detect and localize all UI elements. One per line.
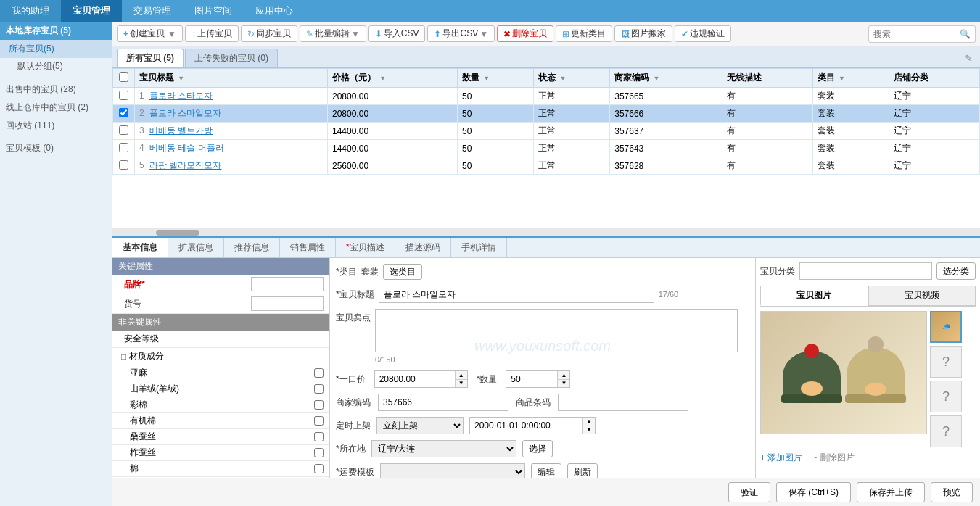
sidebar-item-warehouse[interactable]: 线上仓库中的宝贝 (2) xyxy=(0,99,112,117)
price-down-button[interactable]: ▼ xyxy=(456,379,467,387)
product-link[interactable]: 라팡 벨라모직모자 xyxy=(149,160,221,170)
sidebar-item-selling[interactable]: 出售中的宝贝 (28) xyxy=(0,80,112,99)
dropdown-icon[interactable]: ▼ xyxy=(168,29,176,39)
table-row[interactable]: 3 베베동 벨트가방 14400.00 50 正常 357637 有 套装 辽宁 xyxy=(113,123,980,140)
thumb-4[interactable]: ? xyxy=(930,415,962,447)
qty-up-button[interactable]: ▲ xyxy=(558,371,569,379)
upload-button[interactable]: ↑ 上传宝贝 xyxy=(185,25,239,42)
shop-code-input[interactable] xyxy=(378,394,508,411)
import-csv-button[interactable]: ⬇ 导入CSV xyxy=(368,25,426,42)
row-checkbox[interactable] xyxy=(119,160,128,170)
price-input[interactable] xyxy=(375,371,455,387)
sort-cat-icon[interactable]: ▼ xyxy=(839,75,845,82)
bottom-tab-mobile[interactable]: 手机详情 xyxy=(451,238,507,257)
sidebar-item-recycle[interactable]: 回收站 (111) xyxy=(0,117,112,135)
validate-button[interactable]: ✔ 违规验证 xyxy=(675,25,731,42)
sort-title-icon[interactable]: ▼ xyxy=(178,75,184,82)
save-upload-button[interactable]: 保存并上传 xyxy=(857,482,925,502)
qty-input[interactable] xyxy=(506,371,557,387)
img-tab-video[interactable]: 宝贝视频 xyxy=(868,286,976,306)
nav-item-assistant[interactable]: 我的助理 xyxy=(0,0,61,22)
nav-item-product[interactable]: 宝贝管理 xyxy=(61,0,122,22)
save-button[interactable]: 保存 (Ctrl+S) xyxy=(776,482,851,502)
nav-item-trade[interactable]: 交易管理 xyxy=(122,0,183,22)
create-button[interactable]: + 创建宝贝 ▼ xyxy=(117,25,183,42)
table-row[interactable]: 2 플로라 스마일모자 20800.00 50 正常 357666 有 套装 辽… xyxy=(113,105,980,123)
delete-button[interactable]: ✖ 删除宝贝 xyxy=(497,25,553,42)
batch-edit-button[interactable]: ✎ 批量编辑 ▼ xyxy=(300,25,366,42)
title-input[interactable] xyxy=(379,286,654,303)
nav-item-app[interactable]: 应用中心 xyxy=(244,0,305,22)
product-link[interactable]: 플로라 스타모자 xyxy=(149,91,213,101)
row-checkbox[interactable] xyxy=(119,108,128,117)
product-link[interactable]: 플로라 스마일모자 xyxy=(149,108,221,118)
desc-textarea[interactable] xyxy=(375,309,738,352)
product-link[interactable]: 베베동 벨트가방 xyxy=(149,125,213,136)
attr-organic-cotton-checkbox[interactable] xyxy=(314,416,324,426)
move-image-button[interactable]: 🖼 图片搬家 xyxy=(614,25,672,42)
bottom-tab-basic[interactable]: 基本信息 xyxy=(112,238,168,257)
sort-price-icon[interactable]: ▼ xyxy=(379,75,386,82)
shelf-select[interactable]: 立刻上架 xyxy=(376,417,464,434)
dropdown3-icon[interactable]: ▼ xyxy=(479,29,488,39)
table-row[interactable]: 5 라팡 벨라모직모자 25600.00 50 正常 357628 有 套装 辽… xyxy=(113,157,980,175)
attr-brand-input[interactable] xyxy=(251,277,324,291)
nav-item-photo[interactable]: 图片空间 xyxy=(183,0,244,22)
freight-select[interactable] xyxy=(380,463,525,478)
main-image[interactable] xyxy=(760,311,927,434)
thumb-2[interactable]: ? xyxy=(930,346,962,378)
update-category-button[interactable]: ⊞ 更新类目 xyxy=(556,25,612,42)
sort-qty-icon[interactable]: ▼ xyxy=(483,75,490,82)
attr-linen-checkbox[interactable] xyxy=(314,368,324,378)
price-up-button[interactable]: ▲ xyxy=(456,371,467,379)
sidebar-item-default-group[interactable]: 默认分组(5) xyxy=(0,58,112,75)
dropdown2-icon[interactable]: ▼ xyxy=(351,29,360,39)
delete-image-button[interactable]: - 删除图片 xyxy=(814,452,854,464)
bottom-tab-extended[interactable]: 扩展信息 xyxy=(168,238,224,257)
shelf-time-input[interactable] xyxy=(470,418,582,434)
thumb-3[interactable]: ? xyxy=(930,381,962,412)
sidebar-item-all[interactable]: 所有宝贝(5) xyxy=(0,40,112,58)
qty-down-button[interactable]: ▼ xyxy=(558,379,569,387)
select-all-checkbox[interactable] xyxy=(119,72,128,82)
row-checkbox[interactable] xyxy=(119,125,128,135)
validate-action-button[interactable]: 验证 xyxy=(728,482,770,502)
classify-input[interactable] xyxy=(799,262,932,280)
sort-status-icon[interactable]: ▼ xyxy=(559,75,566,82)
freight-refresh-button[interactable]: 刷新 xyxy=(567,463,598,478)
img-tab-photo[interactable]: 宝贝图片 xyxy=(760,286,868,306)
thumb-1[interactable]: 🧢 xyxy=(930,311,962,343)
row-checkbox[interactable] xyxy=(119,91,128,100)
export-csv-button[interactable]: ⬆ 导出CSV ▼ xyxy=(427,25,495,42)
table-row[interactable]: 4 베베동 테슬 머플러 14400.00 50 正常 357643 有 套装 … xyxy=(113,140,980,157)
attr-colored-cotton-checkbox[interactable] xyxy=(314,400,324,410)
tab-failed[interactable]: 上传失败的宝贝 (0) xyxy=(185,49,278,67)
attr-tussah-checkbox[interactable] xyxy=(314,448,324,457)
sort-code-icon[interactable]: ▼ xyxy=(654,75,660,82)
table-row[interactable]: 1 플로라 스타모자 20800.00 50 正常 357665 有 套装 辽宁 xyxy=(113,88,980,105)
preview-button[interactable]: 预览 xyxy=(931,482,973,502)
expand-icon[interactable]: □ xyxy=(121,352,126,362)
time-down-button[interactable]: ▼ xyxy=(583,426,595,434)
add-image-button[interactable]: + 添加图片 xyxy=(760,452,802,464)
time-up-button[interactable]: ▲ xyxy=(583,418,595,426)
product-link[interactable]: 베베동 테슬 머플러 xyxy=(149,143,224,153)
search-input[interactable] xyxy=(868,25,955,43)
barcode-input[interactable] xyxy=(558,394,688,411)
attr-cashmere-checkbox[interactable] xyxy=(314,384,324,394)
attr-number-input[interactable] xyxy=(251,296,324,311)
row-checkbox[interactable] xyxy=(119,143,128,152)
classify-button[interactable]: 选分类 xyxy=(936,262,976,280)
edit-icon[interactable]: ✎ xyxy=(965,53,973,64)
horizontal-scrollbar[interactable] xyxy=(112,228,980,236)
select-category-button[interactable]: 选类目 xyxy=(383,264,422,280)
bottom-tab-sales[interactable]: 销售属性 xyxy=(280,238,336,257)
bottom-tab-recommend[interactable]: 推荐信息 xyxy=(224,238,280,257)
bottom-tab-desc[interactable]: *宝贝描述 xyxy=(336,238,395,257)
location-select-button[interactable]: 选择 xyxy=(522,440,553,457)
bottom-tab-source[interactable]: 描述源码 xyxy=(395,238,451,257)
attr-cotton-checkbox[interactable] xyxy=(314,464,324,473)
attr-silk-checkbox[interactable] xyxy=(314,432,324,441)
sidebar-item-template[interactable]: 宝贝模板 (0) xyxy=(0,139,112,157)
freight-edit-button[interactable]: 编辑 xyxy=(531,463,561,478)
